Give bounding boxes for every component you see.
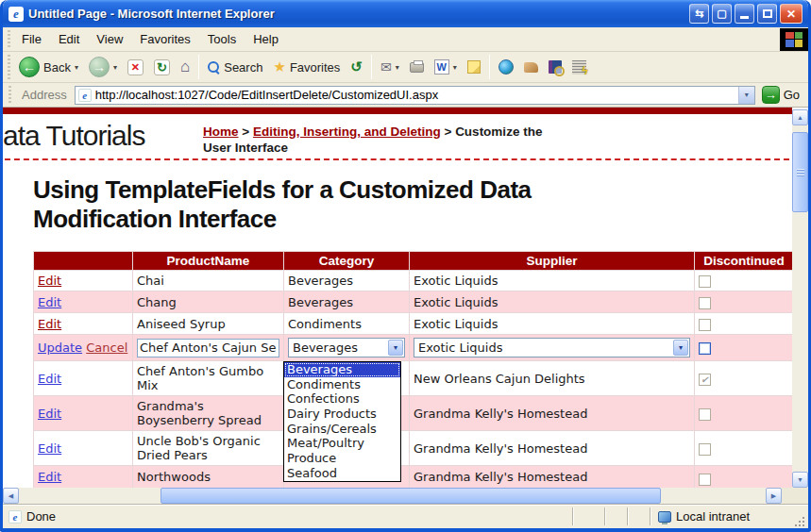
page-icon: e [78,89,92,102]
breadcrumb-home-link[interactable]: Home [203,125,239,139]
category-dropdown-list: Beverages Condiments Confections Dairy P… [283,361,401,482]
scroll-right-button[interactable]: ▶ [766,488,782,504]
scroll-down-button[interactable]: ▼ [792,472,808,488]
vertical-scrollbar[interactable]: ▲ ▼ [792,109,808,488]
close-button[interactable]: ✕ [780,4,803,24]
address-input[interactable]: e http://localhost:1027/Code/EditInsertD… [75,86,755,105]
dropdown-option[interactable]: Produce [284,451,400,466]
encoder-button[interactable] [567,58,591,76]
local-intranet-icon [658,511,671,523]
supplier-cell: Exotic Liquids [410,291,695,313]
search-button[interactable]: Search [203,58,267,76]
menu-file[interactable]: File [13,29,50,49]
favorites-button[interactable]: ★ Favorites [268,57,345,77]
scroll-up-button[interactable]: ▲ [792,109,808,125]
discontinued-checkbox [699,297,711,309]
notes-button[interactable] [463,58,485,75]
forward-button[interactable]: → ▾ [84,55,122,79]
check-icon: ✔ [701,374,708,385]
update-link[interactable]: Update [38,341,82,355]
table-row: Edit Chai Beverages Exotic Liquids [34,271,794,291]
back-button[interactable]: ← Back ▾ [14,55,83,79]
print-button[interactable] [405,60,429,75]
select-arrow-icon[interactable]: ▾ [388,340,403,356]
encoder-icon [572,60,586,75]
menu-edit[interactable]: Edit [50,29,88,49]
edit-link[interactable]: Edit [38,407,61,421]
vertical-scroll-thumb[interactable] [792,132,808,212]
go-button[interactable]: → Go [760,85,805,105]
category-cell: Beverages [284,291,410,313]
research-button[interactable] [544,58,566,75]
status-pane [627,507,650,525]
menu-favorites[interactable]: Favorites [131,29,198,49]
minimize-button[interactable] [735,4,754,24]
research-icon [549,60,562,74]
scrollbar-corner [792,488,808,504]
menu-view[interactable]: View [88,29,131,49]
messenger-button[interactable] [519,60,543,75]
menu-tools[interactable]: Tools [199,29,245,49]
window-title: Untitled Page - Microsoft Internet Explo… [28,7,684,21]
toolbar-separator [489,55,490,79]
toolbar-grip[interactable] [8,86,11,104]
menu-help[interactable]: Help [245,29,287,49]
edit-link[interactable]: Edit [38,372,61,386]
edit-link[interactable]: Edit [38,470,61,484]
dropdown-option[interactable]: Dairy Products [284,407,400,422]
chevron-down-icon: ▾ [453,63,457,72]
address-url[interactable]: http://localhost:1027/Code/EditInsertDel… [95,88,735,102]
mail-button[interactable]: ✉ ▾ [376,58,404,76]
history-button[interactable]: ↺ [346,57,367,77]
resize-grip[interactable] [791,513,806,528]
stop-button[interactable]: ✕ [123,58,148,77]
horizontal-scrollbar[interactable]: ◀ ▶ [3,488,782,504]
discontinued-checkbox [699,319,711,331]
discontinued-checkbox [699,443,711,456]
history-icon: ↺ [350,58,363,75]
breadcrumb: Home > Editing, Inserting, and Deleting … [203,124,545,156]
go-label: Go [784,88,800,102]
dropdown-option[interactable]: Condiments [284,377,400,392]
table-row: Edit Uncle Bob's Organic Dried Pears Gra… [34,431,794,466]
dropdown-option[interactable]: Seafood [284,466,400,481]
horizontal-scroll-thumb[interactable] [161,488,661,504]
refresh-button[interactable]: ↻ [149,58,175,77]
scroll-left-button[interactable]: ◀ [3,488,19,504]
web-search-button[interactable] [494,58,518,76]
discontinued-checkbox[interactable] [699,342,711,355]
products-gridview: ProductName Category Supplier Discontinu… [33,251,794,501]
dropdown-option[interactable]: Confections [284,391,400,407]
table-row: Edit Chang Beverages Exotic Liquids [34,291,794,313]
discontinued-checkbox-checked: ✔ [699,374,711,386]
home-icon: ⌂ [180,58,190,76]
category-select[interactable]: Beverages ▾ [288,338,405,357]
favorites-star-icon: ★ [273,58,285,75]
edit-link[interactable]: Edit [38,274,61,288]
supplier-select[interactable]: Exotic Liquids ▾ [414,338,690,357]
window-arrows-button[interactable]: ⇆ [689,4,709,24]
address-dropdown-button[interactable]: ▾ [738,87,754,104]
address-bar: Address e http://localhost:1027/Code/Edi… [3,83,808,108]
forward-icon: → [89,57,110,77]
toolbar-grip[interactable] [8,30,10,48]
window-popout-button[interactable]: ▢ [712,4,732,24]
dropdown-option[interactable]: Meat/Poultry [284,436,400,451]
windows-logo-icon [780,28,808,51]
toolbar-grip[interactable] [8,55,10,79]
maximize-button[interactable] [757,4,777,24]
home-button[interactable]: ⌂ [176,56,194,78]
cancel-link[interactable]: Cancel [86,341,127,355]
edit-link[interactable]: Edit [38,317,61,331]
select-arrow-icon[interactable]: ▾ [673,340,688,356]
dropdown-option-selected[interactable]: Beverages [284,362,400,377]
back-label: Back [43,60,71,75]
zone-label: Local intranet [676,509,750,524]
edit-word-button[interactable]: W ▾ [430,58,462,76]
status-page-icon: e [8,510,22,524]
edit-link[interactable]: Edit [38,441,61,456]
product-name-input[interactable] [137,339,279,357]
breadcrumb-section-link[interactable]: Editing, Inserting, and Deleting [253,125,441,139]
edit-link[interactable]: Edit [38,295,61,309]
dropdown-option[interactable]: Grains/Cereals [284,422,400,437]
